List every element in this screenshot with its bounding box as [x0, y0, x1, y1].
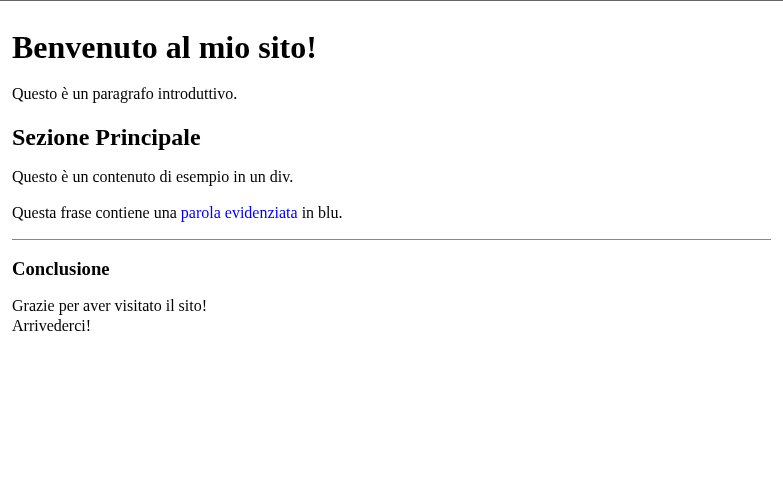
page-title: Benvenuto al mio sito!	[12, 29, 771, 66]
highlighted-word: parola evidenziata	[181, 204, 298, 221]
closing-line-1: Grazie per aver visitato il sito!	[12, 297, 207, 314]
highlight-prefix: Questa frase contiene una	[12, 204, 181, 221]
highlight-suffix: in blu.	[298, 204, 343, 221]
intro-paragraph: Questo è un paragrafo introduttivo.	[12, 84, 771, 104]
conclusion-heading: Conclusione	[12, 258, 771, 280]
highlight-sentence: Questa frase contiene una parola evidenz…	[12, 203, 771, 223]
example-div-content: Questo è un contenuto di esempio in un d…	[12, 167, 771, 187]
section-heading: Sezione Principale	[12, 124, 771, 151]
closing-line-2: Arrivederci!	[12, 317, 91, 334]
closing-paragraph: Grazie per aver visitato il sito! Arrive…	[12, 296, 771, 336]
divider	[12, 239, 771, 240]
